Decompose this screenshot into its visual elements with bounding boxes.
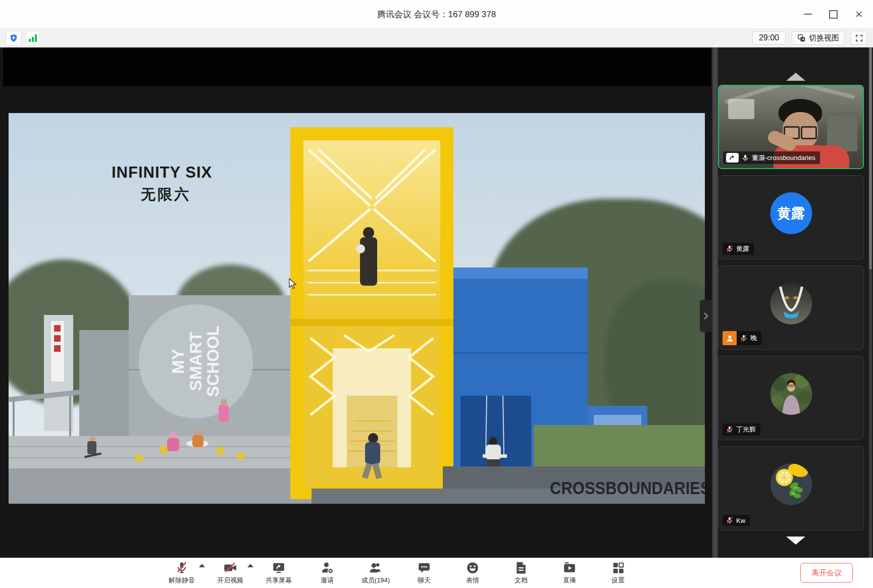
participant-tile[interactable]: 黄露 黄露 (718, 175, 864, 259)
members-button[interactable]: 成员(194) (351, 558, 400, 588)
slide-watermark: CROSSBOUNDARIES (550, 478, 705, 499)
avatar: 黄露 (770, 192, 812, 234)
sidebar-collapse-handle[interactable] (700, 300, 712, 332)
minimize-button[interactable] (804, 14, 812, 15)
participant-name: Kw (736, 517, 745, 524)
chat-button[interactable]: 聊天 (400, 558, 448, 588)
mouse-cursor (287, 278, 298, 290)
chat-icon (418, 561, 431, 574)
settings-label: 设置 (611, 576, 625, 585)
settings-icon (612, 561, 625, 574)
network-signal-icon (29, 34, 37, 42)
sidebar-scrollbar[interactable] (869, 47, 872, 558)
shared-screen-stage: MY SMART SCHOOL (0, 47, 712, 558)
mic-on-icon (741, 154, 749, 162)
window-title: 腾讯会议 会议号：167 899 378 (377, 9, 496, 20)
switch-view-label: 切换视图 (809, 33, 839, 43)
docs-label: 文档 (515, 576, 528, 585)
settings-button[interactable]: 设置 (594, 558, 642, 588)
stage-sidebar-divider[interactable] (712, 47, 718, 558)
share-screen-button[interactable]: 共享屏幕 (254, 558, 303, 588)
participant-name: 丁光辉 (736, 425, 756, 434)
meeting-timer: 29:00 (752, 31, 786, 44)
meeting-controls-bar: 解除静音 开启视频 共享屏幕 邀请 成员(194) 聊天 (0, 558, 873, 588)
chevron-right-icon (703, 312, 708, 320)
gray-container-building: MY SMART SCHOOL (129, 295, 290, 446)
chat-label: 聊天 (418, 576, 431, 585)
school-logo-text: MY SMART SCHOOL (170, 324, 222, 399)
slide-title-zh: 无限六 (141, 185, 191, 205)
school-logo-circle: MY SMART SCHOOL (139, 304, 253, 418)
close-button[interactable]: ✕ (855, 10, 863, 19)
slide-title-en: INFINITY SIX (112, 164, 212, 182)
fullscreen-icon (855, 34, 863, 42)
avatar (770, 373, 812, 415)
members-label: 成员(194) (362, 576, 390, 585)
meeting-window: 腾讯会议 会议号：167 899 378 ✕ 29:00 切换视图 (0, 0, 873, 588)
participant-name: 董灏-crossboundaries (752, 153, 815, 163)
docs-button[interactable]: 文档 (497, 558, 545, 588)
waiting-entry-badge-icon (723, 331, 737, 345)
start-video-button[interactable]: 开启视频 (206, 558, 254, 588)
participant-name: 晚 (750, 334, 757, 343)
camera-off-icon (223, 561, 237, 574)
mic-muted-icon (726, 425, 734, 434)
mic-options-caret-icon[interactable] (199, 564, 205, 567)
mic-muted-icon (726, 516, 734, 524)
participants-sidebar: 董灏-crossboundaries 黄露 黄露 (718, 47, 873, 558)
participant-tile[interactable]: 董灏-crossboundaries (718, 85, 864, 169)
fullscreen-button[interactable] (851, 31, 867, 45)
scroll-down-arrow[interactable] (786, 537, 805, 545)
shared-screen-letterbox (3, 48, 711, 86)
security-button[interactable] (6, 31, 21, 45)
invite-label: 邀请 (321, 576, 334, 585)
emoji-icon (466, 561, 479, 574)
meeting-toolbar-top: 29:00 切换视图 (0, 29, 873, 47)
participant-tile[interactable]: 丁光辉 (718, 356, 864, 440)
presentation-slide: MY SMART SCHOOL (9, 113, 705, 504)
start-video-label: 开启视频 (217, 576, 243, 585)
emoji-button[interactable]: 表情 (448, 558, 497, 588)
share-screen-label: 共享屏幕 (266, 576, 292, 585)
leave-meeting-button[interactable]: 离开会议 (800, 563, 853, 583)
live-icon (563, 561, 576, 574)
mic-muted-icon (726, 245, 734, 253)
scroll-up-arrow[interactable] (786, 73, 805, 81)
participant-name: 黄露 (736, 244, 749, 253)
participant-tile[interactable]: 晚 (718, 265, 864, 350)
mic-muted-icon (175, 561, 188, 574)
sharing-indicator-icon (726, 153, 739, 163)
unmute-button[interactable]: 解除静音 (158, 558, 206, 588)
avatar (770, 463, 812, 505)
emoji-label: 表情 (466, 576, 479, 585)
live-button[interactable]: 直播 (545, 558, 594, 588)
network-quality-button[interactable] (26, 31, 40, 45)
avatar (770, 283, 812, 325)
share-screen-icon (272, 561, 285, 574)
yellow-container-tower (290, 127, 453, 499)
switch-view-icon (797, 34, 806, 42)
maximize-button[interactable] (829, 10, 838, 19)
security-shield-icon (9, 33, 18, 43)
document-icon (515, 561, 527, 574)
invite-button[interactable]: 邀请 (303, 558, 351, 588)
video-options-caret-icon[interactable] (247, 564, 253, 567)
switch-view-button[interactable]: 切换视图 (792, 31, 845, 45)
members-icon (369, 561, 383, 574)
unmute-label: 解除静音 (169, 576, 195, 585)
title-bar: 腾讯会议 会议号：167 899 378 ✕ (0, 0, 873, 29)
invite-icon (321, 561, 334, 574)
live-label: 直播 (563, 576, 576, 585)
participant-tile[interactable]: Kw (718, 446, 864, 530)
mic-muted-icon (740, 334, 748, 342)
